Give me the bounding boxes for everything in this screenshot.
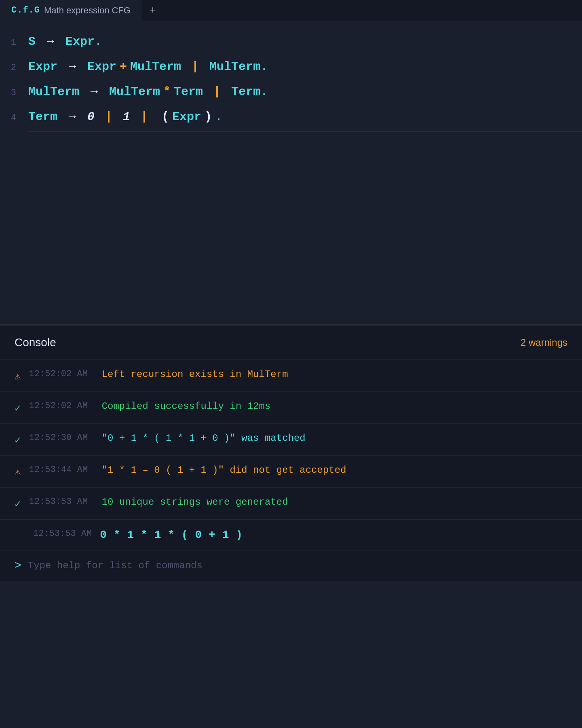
token-pipe-3: | bbox=[206, 83, 228, 100]
log-entry-5: ✓ 12:53:53 AM 10 unique strings were gen… bbox=[0, 488, 582, 520]
rule-content-1: S → Expr. bbox=[28, 33, 102, 50]
prompt-area[interactable]: > Type help for list of commands bbox=[0, 550, 582, 581]
log-timestamp-1: 12:52:02 AM bbox=[29, 369, 94, 379]
check-icon-2: ✓ bbox=[15, 434, 21, 447]
console-header: Console 2 warnings bbox=[0, 326, 582, 360]
log-timestamp-3: 12:52:30 AM bbox=[29, 433, 94, 443]
rule-content-2: Expr → Expr + MulTerm | MulTerm. bbox=[28, 58, 268, 75]
log-entry-1: ⚠ 12:52:02 AM Left recursion exists in M… bbox=[0, 360, 582, 392]
log-timestamp-2: 12:52:02 AM bbox=[29, 401, 94, 411]
token-Term-3b: Term bbox=[231, 83, 260, 100]
log-timestamp-5: 12:53:53 AM bbox=[29, 497, 94, 507]
line-number-2: 2 bbox=[0, 63, 28, 73]
token-zero: 0 bbox=[87, 108, 95, 125]
tab-bar: C.f.G Math expression CFG + bbox=[0, 0, 582, 21]
generated-entry: 12:53:53 AM 0 * 1 * 1 * ( 0 + 1 ) bbox=[0, 520, 582, 550]
line-number-4: 4 bbox=[0, 113, 28, 123]
tab-title: Math expression CFG bbox=[44, 5, 131, 16]
tab-add-button[interactable]: + bbox=[142, 0, 163, 21]
log-message-1: Left recursion exists in MulTerm bbox=[102, 369, 288, 380]
token-Expr-1: Expr bbox=[65, 33, 95, 50]
token-lparen: ( bbox=[162, 108, 169, 125]
rule-line-2: 2 Expr → Expr + MulTerm | MulTerm. bbox=[0, 54, 582, 79]
log-entry-4: ⚠ 12:53:44 AM "1 * 1 – 0 ( 1 + 1 )" did … bbox=[0, 456, 582, 488]
token-Term-3a: Term bbox=[174, 83, 203, 100]
tab-math-cfg[interactable]: C.f.G Math expression CFG bbox=[0, 0, 142, 21]
token-Expr-4: Expr bbox=[172, 108, 201, 125]
token-dot-1: . bbox=[95, 33, 102, 50]
token-dot-3: . bbox=[260, 83, 268, 100]
token-arrow-1: → bbox=[40, 33, 61, 50]
log-entry-3: ✓ 12:52:30 AM "0 + 1 * ( 1 * 1 + 0 )" wa… bbox=[0, 424, 582, 456]
token-MulTerm-2b: MulTerm bbox=[209, 58, 260, 75]
prompt-placeholder: Type help for list of commands bbox=[28, 560, 202, 571]
prompt-arrow-icon: > bbox=[15, 559, 21, 572]
token-arrow-2: → bbox=[61, 58, 83, 75]
plus-icon: + bbox=[150, 4, 156, 17]
log-entry-2: ✓ 12:52:02 AM Compiled successfully in 1… bbox=[0, 392, 582, 424]
rule-line-3: 3 MulTerm → MulTerm * Term | Term. bbox=[0, 79, 582, 104]
generated-timestamp: 12:53:53 AM bbox=[15, 529, 92, 539]
warning-icon-2: ⚠ bbox=[15, 466, 21, 478]
token-star: * bbox=[163, 83, 171, 100]
token-dot-2: . bbox=[260, 58, 268, 75]
token-pipe-2: | bbox=[184, 58, 206, 75]
token-pipe-4a: | bbox=[98, 108, 120, 125]
editor-area: 1 S → Expr. 2 Expr → Expr + MulTerm | Mu… bbox=[0, 21, 582, 324]
warning-icon-1: ⚠ bbox=[15, 370, 21, 383]
token-dot-4: . bbox=[215, 108, 222, 125]
token-MulTerm-2a: MulTerm bbox=[130, 58, 181, 75]
token-arrow-3: → bbox=[83, 83, 105, 100]
token-MulTerm-3a: MulTerm bbox=[28, 83, 79, 100]
token-plus: + bbox=[120, 58, 127, 75]
check-icon-1: ✓ bbox=[15, 402, 21, 415]
token-arrow-4: → bbox=[61, 108, 83, 125]
log-timestamp-4: 12:53:44 AM bbox=[29, 465, 94, 475]
generated-string: 0 * 1 * 1 * ( 0 + 1 ) bbox=[100, 529, 242, 541]
token-Expr-2a: Expr bbox=[28, 58, 57, 75]
token-rparen: ) bbox=[205, 108, 212, 125]
console-warnings-badge: 2 warnings bbox=[521, 337, 567, 348]
log-message-3: "0 + 1 * ( 1 * 1 + 0 )" was matched bbox=[102, 433, 306, 444]
console-area: Console 2 warnings ⚠ 12:52:02 AM Left re… bbox=[0, 326, 582, 581]
console-title: Console bbox=[15, 336, 56, 349]
token-pipe-4b: | bbox=[133, 108, 155, 125]
rule-content-3: MulTerm → MulTerm * Term | Term. bbox=[28, 83, 268, 100]
check-icon-3: ✓ bbox=[15, 497, 21, 510]
line-number-3: 3 bbox=[0, 88, 28, 98]
tab-cfg-label: C.f.G bbox=[11, 5, 40, 15]
log-message-4: "1 * 1 – 0 ( 1 + 1 )" did not get accept… bbox=[102, 465, 346, 476]
rule-line-1: 1 S → Expr. bbox=[0, 29, 582, 54]
line-number-1: 1 bbox=[0, 38, 28, 48]
token-one: 1 bbox=[123, 108, 130, 125]
log-message-2: Compiled successfully in 12ms bbox=[102, 401, 271, 412]
token-S: S bbox=[28, 33, 36, 50]
rule-content-4: Term → 0 | 1 | ( Expr ). bbox=[28, 108, 222, 125]
token-MulTerm-3b: MulTerm bbox=[109, 83, 160, 100]
token-Term-4: Term bbox=[28, 108, 57, 125]
rule-separator bbox=[28, 131, 582, 132]
rule-line-4: 4 Term → 0 | 1 | ( Expr ). bbox=[0, 104, 582, 129]
token-Expr-2b: Expr bbox=[87, 58, 116, 75]
log-message-5: 10 unique strings were generated bbox=[102, 497, 288, 508]
